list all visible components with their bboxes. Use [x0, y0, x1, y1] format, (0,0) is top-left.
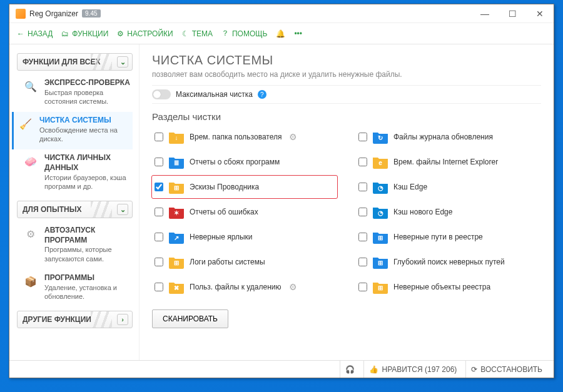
- folder-icon: ↗: [168, 229, 185, 245]
- stripe-decoration: [91, 311, 112, 328]
- version-badge: 9.45: [82, 9, 100, 18]
- scan-button[interactable]: СКАНИРОВАТЬ: [152, 309, 228, 328]
- gear-icon[interactable]: ⚙: [289, 282, 297, 292]
- settings-label: НАСТРОЙКИ: [127, 29, 173, 38]
- notifications-button[interactable]: 🔔: [276, 29, 285, 38]
- help-hint-icon[interactable]: ?: [258, 90, 266, 99]
- svg-text:⊞: ⊞: [378, 234, 383, 241]
- clean-item-checkbox[interactable]: [155, 283, 163, 291]
- chevron-down-icon: ⌄: [117, 56, 128, 68]
- folder-icon: ↻: [372, 129, 388, 145]
- clean-item-right-0[interactable]: ↻ Файлы журнала обновления: [356, 126, 541, 148]
- minimize-button[interactable]: —: [471, 4, 499, 23]
- close-button[interactable]: ✕: [526, 4, 554, 23]
- svg-text:⊞: ⊞: [378, 259, 383, 266]
- page-title: ЧИСТКА СИСТЕМЫ: [152, 53, 541, 68]
- private-title: ЧИСТКА ЛИЧНЫХ ДАННЫХ: [44, 153, 130, 173]
- clean-item-checkbox[interactable]: [358, 133, 367, 141]
- clean-item-label: Неверные объекты реестра: [393, 283, 490, 291]
- clean-item-checkbox[interactable]: [155, 133, 163, 141]
- sidebar-item-programs[interactable]: 📦 ПРОГРАММЫ Удаление, установка и обновл…: [17, 269, 133, 307]
- theme-button[interactable]: ☾ ТЕМА: [182, 29, 213, 38]
- clean-item-right-3[interactable]: ◔ Кэш нового Edge: [356, 201, 541, 223]
- max-clean-toggle[interactable]: [152, 89, 171, 99]
- svg-text:⊞: ⊞: [174, 259, 179, 266]
- like-button[interactable]: 👍 НРАВИТСЯ (197 206): [363, 361, 462, 378]
- clean-item-right-5[interactable]: ⊞ Глубокий поиск неверных путей: [356, 251, 541, 273]
- clean-item-right-1[interactable]: e Врем. файлы Internet Explorer: [356, 151, 541, 173]
- clean-sub: Освобождение места на дисках.: [39, 126, 130, 144]
- sidebar-cat-other[interactable]: ДРУГИЕ ФУНКЦИИ ›: [17, 311, 133, 328]
- clean-item-checkbox[interactable]: [358, 258, 367, 266]
- clean-item-label: Отчеты об ошибках: [190, 208, 258, 216]
- gear-icon[interactable]: ⚙: [289, 132, 297, 142]
- arrow-left-icon: ←: [17, 29, 24, 38]
- svg-text:≣: ≣: [174, 159, 179, 166]
- clean-item-checkbox[interactable]: [358, 283, 367, 291]
- clean-item-checkbox[interactable]: [155, 258, 163, 266]
- programs-sub: Удаление, установка и обновление.: [44, 283, 130, 301]
- clean-item-right-2[interactable]: ◔ Кэш Edge: [356, 176, 541, 198]
- clean-item-label: Эскизы Проводника: [190, 183, 259, 191]
- clean-item-checkbox[interactable]: [358, 158, 367, 166]
- clean-item-left-6[interactable]: ✖ Польз. файлы к удалению ⚙: [152, 276, 337, 298]
- moon-icon: ☾: [182, 29, 189, 38]
- folder-icon: e: [372, 154, 388, 170]
- programs-title: ПРОГРАММЫ: [44, 273, 130, 283]
- clean-item-checkbox[interactable]: [358, 183, 367, 191]
- clean-item-checkbox[interactable]: [155, 183, 163, 191]
- drawer-icon: 🗂: [61, 29, 69, 38]
- clean-item-label: Отчеты о сбоях программ: [190, 158, 280, 166]
- maximize-button[interactable]: ☐: [499, 4, 526, 23]
- clean-item-left-5[interactable]: ⊞ Логи работы системы: [152, 251, 337, 273]
- sidebar-item-express[interactable]: 🔍 ЭКСПРЕСС-ПРОВЕРКА Быстрая проверка сос…: [17, 74, 133, 112]
- toolbar: ← НАЗАД 🗂 ФУНКЦИИ ⚙ НАСТРОЙКИ ☾ ТЕМА ？ П…: [9, 23, 554, 44]
- gear-icon: ⚙: [117, 29, 124, 38]
- svg-text:↻: ↻: [378, 134, 383, 141]
- clean-item-checkbox[interactable]: [358, 233, 367, 241]
- clean-item-checkbox[interactable]: [155, 208, 163, 216]
- sidebar-item-system-clean[interactable]: 🧹 ЧИСТКА СИСТЕМЫ Освобождение места на д…: [12, 112, 133, 149]
- clean-item-checkbox[interactable]: [155, 233, 163, 241]
- clean-item-label: Кэш нового Edge: [393, 208, 452, 216]
- folder-icon: ⊞: [372, 229, 388, 245]
- back-button[interactable]: ← НАЗАД: [17, 29, 53, 38]
- sidebar-cat-advanced[interactable]: ДЛЯ ОПЫТНЫХ ⌄: [17, 201, 133, 218]
- clean-item-right-6[interactable]: ⊞ Неверные объекты реестра: [356, 276, 541, 298]
- restore-icon: ⟳: [471, 365, 477, 374]
- support-button[interactable]: 🎧: [340, 361, 360, 378]
- titlebar: Reg Organizer 9.45 — ☐ ✕: [9, 4, 554, 23]
- clean-item-checkbox[interactable]: [155, 158, 163, 166]
- clean-item-label: Кэш Edge: [393, 183, 427, 191]
- clean-item-left-0[interactable]: ↓ Врем. папка пользователя ⚙: [152, 126, 337, 148]
- headset-icon: 🎧: [345, 365, 355, 374]
- sidebar-cat-all[interactable]: ФУНКЦИИ ДЛЯ ВСЕХ ⌄: [17, 53, 133, 71]
- more-menu[interactable]: •••: [294, 29, 302, 38]
- svg-text:↓: ↓: [175, 134, 178, 141]
- svg-text:⊞: ⊞: [378, 284, 383, 291]
- cat-advanced-label: ДЛЯ ОПЫТНЫХ: [23, 205, 81, 214]
- help-button[interactable]: ？ ПОМОЩЬ: [221, 28, 267, 39]
- clean-item-left-4[interactable]: ↗ Неверные ярлыки: [152, 226, 337, 248]
- sidebar-item-private-clean[interactable]: 🧼 ЧИСТКА ЛИЧНЫХ ДАННЫХ Истории браузеров…: [17, 149, 133, 197]
- restore-button[interactable]: ⟳ ВОССТАНОВИТЬ: [465, 361, 547, 378]
- stripe-decoration: [91, 54, 112, 70]
- clean-title: ЧИСТКА СИСТЕМЫ: [39, 116, 130, 126]
- statusbar: 🎧 👍 НРАВИТСЯ (197 206) ⟳ ВОССТАНОВИТЬ: [9, 360, 554, 378]
- clean-sections-header: Разделы чистки: [152, 111, 541, 122]
- clean-item-left-1[interactable]: ≣ Отчеты о сбоях программ: [152, 151, 337, 173]
- folder-icon: ↓: [168, 129, 185, 145]
- clean-item-left-3[interactable]: ✶ Отчеты об ошибках: [152, 201, 337, 223]
- clean-item-checkbox[interactable]: [358, 208, 367, 216]
- clean-grid: ↓ Врем. папка пользователя ⚙ ↻ Файлы жур…: [152, 126, 541, 298]
- svg-text:✶: ✶: [174, 209, 179, 216]
- clean-item-left-2[interactable]: ⊞ Эскизы Проводника: [152, 176, 337, 198]
- help-icon: ？: [221, 28, 229, 39]
- settings-button[interactable]: ⚙ НАСТРОЙКИ: [117, 29, 173, 38]
- functions-menu[interactable]: 🗂 ФУНКЦИИ: [61, 29, 108, 38]
- sidebar-item-autorun[interactable]: ⚙ АВТОЗАПУСК ПРОГРАММ Программы, которые…: [17, 222, 133, 269]
- clean-item-label: Польз. файлы к удалению: [190, 283, 282, 291]
- clean-item-right-4[interactable]: ⊞ Неверные пути в реестре: [356, 226, 541, 248]
- autorun-icon: ⚙: [22, 226, 39, 243]
- max-clean-row: Максимальная чистка ?: [152, 85, 541, 104]
